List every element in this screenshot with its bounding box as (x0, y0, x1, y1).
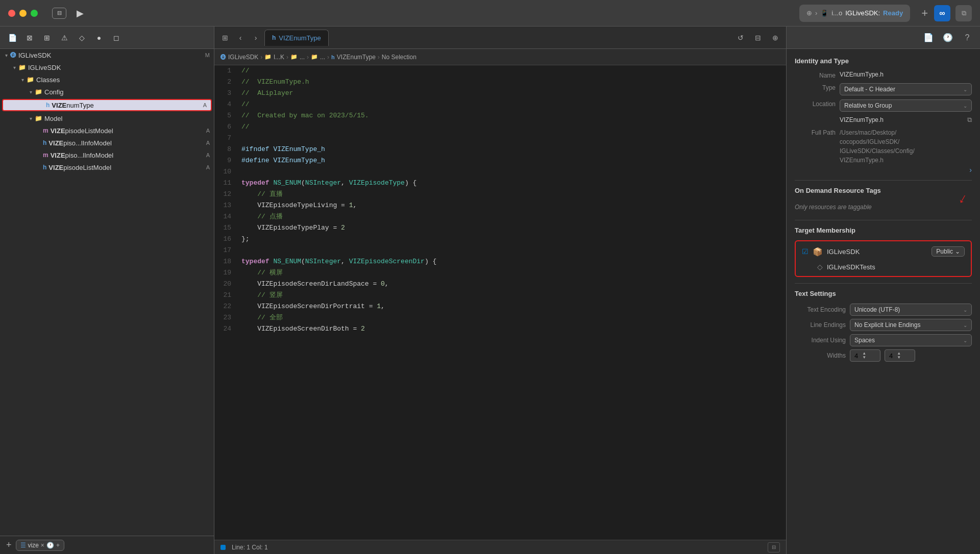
help-icon[interactable]: ? (961, 31, 974, 44)
tab-stepper-down-icon[interactable]: ▼ (897, 356, 901, 360)
chevron-down-icon: ⌄ (963, 103, 967, 109)
folder-icon: 📁 (27, 76, 34, 83)
filter-add-icon[interactable]: + (56, 542, 60, 549)
indent-using-value: Spaces (854, 337, 875, 344)
sidebar-item-label: IGLiveSDK (18, 52, 203, 59)
stepper-down-icon[interactable]: ▼ (862, 356, 866, 360)
sidebar-bottom-bar: + ☰ vize × 🕐 + (0, 536, 214, 554)
header-file-icon: h (43, 164, 46, 171)
target-iglive-row[interactable]: ☑ 📦 IGLiveSDK Public ⌄ (798, 243, 969, 260)
sidebar-item-badge: A (206, 152, 210, 158)
widths-stepper[interactable]: 4 ▲ ▼ (850, 349, 880, 362)
add-file-button[interactable]: + (6, 540, 12, 550)
chevron-icon: ▾ (27, 89, 35, 95)
code-editor[interactable]: 12345 678910 1112131415 1617181920 21222… (214, 65, 786, 540)
sidebar-item-root-project[interactable]: ▾ 🅐 IGLiveSDK M (0, 49, 214, 61)
sidebar-item-classes-folder[interactable]: ▾ 📁 Classes (0, 73, 214, 86)
back-button[interactable]: ‹ (234, 31, 247, 44)
run-button[interactable]: ▶ (77, 8, 84, 19)
close-button[interactable] (8, 10, 15, 17)
sidebar-item-badge: M (205, 52, 210, 58)
indent-using-dropdown[interactable]: Spaces ⌄ (850, 334, 972, 346)
chevron-down-icon: ⌄ (963, 307, 967, 313)
target-checkbox-checked[interactable]: ☑ (802, 247, 808, 256)
on-demand-placeholder: Only resources are taggable (795, 200, 972, 214)
split-view-icon[interactable]: ⊟ (751, 31, 765, 44)
title-bar: ⊟ ▶ ⊕ › 📱 i...o IGLiveSDK: Ready + ∞ ⧉ (0, 0, 980, 27)
minimap-button[interactable]: ⊟ (768, 542, 780, 552)
target-tests-row[interactable]: ◇ IGLiveSDKTests (798, 260, 969, 274)
history-icon[interactable]: 🕐 (941, 31, 954, 44)
text-encoding-dropdown[interactable]: Unicode (UTF-8) ⌄ (850, 304, 972, 316)
navigate-fullpath-icon[interactable]: › (969, 166, 972, 174)
location-dropdown[interactable]: Relative to Group ⌄ (840, 99, 972, 112)
forward-button[interactable]: › (249, 31, 262, 44)
widths-value: 4 (854, 352, 858, 360)
sidebar-item-label: VIZEpisodeListModel (48, 164, 204, 171)
sidebar-item-iglive-folder[interactable]: ▾ 📁 IGLiveSDK (0, 61, 214, 73)
filter-value: vize (28, 542, 39, 549)
sidebar-toggle-button[interactable]: ⊟ (52, 8, 66, 19)
breadcrumb-folder-1[interactable]: l...K (274, 54, 284, 61)
divider-3 (795, 283, 972, 284)
fullpath-label: Full Path (795, 128, 836, 136)
sidebar-item-VIZEpisoInfoModel-m[interactable]: m VIZEpiso...lInfoModel A (0, 149, 214, 161)
add-editor-icon[interactable]: ⊕ (769, 31, 782, 44)
warning-icon[interactable]: ⚠ (57, 32, 71, 44)
chevron-down-icon: ⌄ (963, 322, 967, 328)
tab-vizEnumType[interactable]: h VIZEnumType (264, 30, 329, 46)
sidebar-item-model-folder[interactable]: ▾ 📁 Model (0, 112, 214, 124)
indent-using-row: Indent Using Spaces ⌄ (795, 334, 972, 346)
indent-using-label: Indent Using (795, 337, 846, 344)
rest-label: piso...lInfoModel (63, 139, 112, 147)
target-visibility-dropdown[interactable]: Public ⌄ (932, 246, 965, 257)
impl-file-icon: m (43, 127, 48, 134)
text-encoding-value: Unicode (UTF-8) (854, 306, 900, 313)
file-inspector-icon[interactable]: 📄 (922, 31, 935, 44)
filter-history-icon[interactable]: 🕐 (46, 542, 54, 549)
breadcrumb-folder-2[interactable]: ... (300, 54, 305, 61)
dot-icon[interactable]: ● (92, 32, 106, 44)
reveal-in-finder-icon[interactable]: ⧉ (967, 116, 972, 124)
refresh-icon[interactable]: ↺ (734, 31, 747, 44)
widths-label: Widths (795, 352, 846, 359)
sidebar-item-config-folder[interactable]: ▾ 📁 Config (0, 86, 214, 98)
sidebar-item-VIZEpisoInfoModel-h[interactable]: h VIZEpiso...lInfoModel A (0, 137, 214, 149)
sidebar-toolbar: 📄 ⊠ ⊞ ⚠ ◇ ● ◻ (0, 27, 214, 49)
add-tab-button[interactable]: + (921, 7, 928, 20)
breadcrumb-file[interactable]: VIZEnumType (337, 54, 376, 61)
traffic-lights (8, 10, 38, 17)
diamond-icon[interactable]: ◇ (75, 32, 89, 44)
sidebar-item-vizEnumType-file[interactable]: h VIZEnumType A (2, 99, 212, 111)
widths-tab-stepper[interactable]: 4 ▲ ▼ (885, 349, 915, 362)
inspect-icon[interactable]: ⊠ (22, 32, 37, 44)
type-row: Type Default - C Header ⌄ (795, 83, 972, 95)
line-endings-value: No Explicit Line Endings (854, 321, 920, 329)
divider-2 (795, 220, 972, 220)
fullpath-value: /Users/mac/Desktop/cocopods/IGLiveSDK/IG… (840, 128, 972, 165)
target-name-label: IGLiveSDK (827, 248, 927, 256)
maximize-button[interactable] (31, 10, 38, 17)
minimize-button[interactable] (19, 10, 27, 17)
search-icon[interactable]: ⊞ (40, 32, 54, 44)
location-row: Location Relative to Group ⌄ (795, 99, 972, 112)
editor-tab-right-actions: ↺ ⊟ ⊕ (734, 31, 782, 44)
on-demand-title: On Demand Resource Tags (795, 187, 972, 194)
type-dropdown[interactable]: Default - C Header ⌄ (840, 83, 972, 95)
file-navigator-icon[interactable]: 📄 (5, 32, 19, 44)
chevron-icon: ▾ (2, 53, 10, 58)
editor-area: ⊞ ‹ › h VIZEnumType ↺ ⊟ ⊕ 🅐 IGLiveSDK › … (214, 27, 786, 554)
sidebar-item-VIZEpisodeListModel-m[interactable]: m VIZEpisodeListModel A (0, 124, 214, 137)
sidebar-item-VIZEpisodeListModel-h[interactable]: h VIZEpisodeListModel A (0, 161, 214, 173)
breadcrumb-folder-3[interactable]: ... (320, 54, 325, 61)
clear-filter-button[interactable]: × (41, 542, 44, 549)
type-dropdown-value: Default - C Header (844, 86, 895, 93)
breadcrumb-project[interactable]: IGLiveSDK (228, 54, 258, 61)
grid-view-button[interactable]: ⊞ (218, 31, 232, 44)
text-encoding-label: Text Encoding (795, 306, 846, 313)
shape-icon[interactable]: ◻ (109, 32, 124, 44)
line-endings-dropdown[interactable]: No Explicit Line Endings ⌄ (850, 319, 972, 331)
impl-file-icon: m (43, 152, 48, 159)
filter-dropdown-icon[interactable]: ☰ (20, 542, 26, 549)
breadcrumb-selection[interactable]: No Selection (382, 54, 416, 61)
